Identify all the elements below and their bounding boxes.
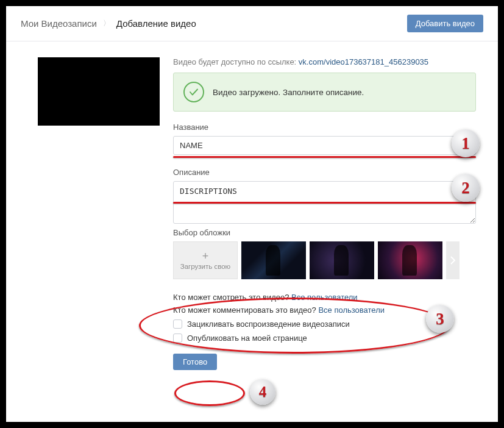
video-preview-thumbnail	[38, 57, 160, 126]
privacy-comment-question: Кто может комментировать это видео?	[173, 305, 318, 315]
cover-next-button[interactable]	[446, 241, 460, 279]
page-header: Мои Видеозаписи 〉 Добавление видео Добав…	[6, 6, 498, 41]
upload-cover-label: Загрузить свою	[180, 263, 230, 270]
privacy-comment-link[interactable]: Все пользователи	[318, 305, 385, 315]
annotation-badge-4: 4	[250, 379, 275, 405]
privacy-view-line: Кто может смотреть это видео? Все пользо…	[173, 293, 476, 302]
breadcrumb-root[interactable]: Мои Видеозаписи	[21, 18, 97, 29]
check-circle-icon	[183, 82, 204, 102]
annotation-underline-1	[173, 156, 476, 158]
loop-checkbox[interactable]	[173, 319, 182, 329]
cover-option-3[interactable]	[378, 241, 442, 279]
cover-selector: + Загрузить свою	[173, 241, 476, 279]
privacy-settings: Кто может смотреть это видео? Все пользо…	[173, 293, 476, 343]
publish-checkbox-label: Опубликовать на моей странице	[187, 333, 307, 343]
annotation-ellipse-4	[174, 380, 245, 406]
done-button[interactable]: Готово	[173, 354, 217, 370]
breadcrumb: Мои Видеозаписи 〉 Добавление видео	[21, 18, 407, 29]
privacy-view-link[interactable]: Все пользователи	[291, 293, 358, 302]
breadcrumb-current: Добавление видео	[116, 18, 196, 29]
loop-checkbox-label: Зацикливать воспроизведение видеозаписи	[187, 319, 350, 329]
video-link[interactable]: vk.com/video173637181_456239035	[299, 57, 428, 66]
title-label: Название	[173, 123, 476, 132]
cover-option-2[interactable]	[310, 241, 374, 279]
add-video-button[interactable]: Добавить видео	[407, 15, 483, 32]
video-link-line: Видео будет доступно по ссылке: vk.com/v…	[173, 57, 476, 66]
publish-checkbox[interactable]	[173, 333, 182, 343]
upload-cover-tile[interactable]: + Загрузить свою	[173, 241, 238, 279]
annotation-underline-2	[173, 202, 476, 204]
plus-icon: +	[202, 251, 209, 262]
chevron-right-icon	[450, 255, 456, 265]
privacy-view-question: Кто может смотреть это видео?	[173, 293, 291, 302]
description-label: Описание	[173, 168, 476, 177]
privacy-comment-line: Кто может комментировать это видео? Все …	[173, 305, 476, 315]
title-input[interactable]	[173, 136, 476, 155]
success-message: Видео загружено. Заполните описание.	[213, 88, 364, 97]
upload-success-banner: Видео загружено. Заполните описание.	[173, 73, 476, 112]
cover-label: Выбор обложки	[173, 228, 476, 237]
cover-option-1[interactable]	[241, 241, 306, 279]
video-link-prefix: Видео будет доступно по ссылке:	[173, 57, 299, 66]
chevron-right-icon: 〉	[103, 18, 110, 29]
